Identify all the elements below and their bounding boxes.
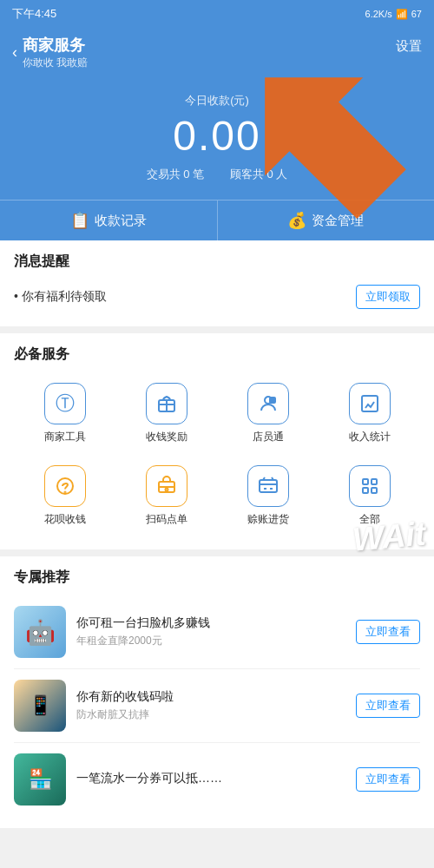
rec-action-2[interactable]: 立即查看 [356,767,420,792]
service-reward[interactable]: 收钱奖励 [115,372,217,455]
reward-icon [146,383,187,424]
all-label: 全部 [359,512,380,527]
rec-title-0: 你可租一台扫脸机多赚钱 [76,615,345,631]
svg-rect-12 [372,479,377,484]
payment-records-icon: 📋 [70,211,89,230]
fund-management-icon: 💰 [287,211,306,230]
services-section: 必备服务 Ⓣ 商家工具 收钱奖励 [0,333,434,549]
svg-rect-14 [372,488,377,493]
all-icon [349,465,391,507]
service-staff[interactable]: 店员通 [217,372,319,455]
signal-icon: 📶 [396,9,408,20]
stats-amount: 0.00 [0,112,434,160]
settings-button[interactable]: 设置 [396,35,422,55]
staff-label: 店员通 [253,430,284,444]
rec-action-0[interactable]: 立即查看 [356,620,420,644]
rec-item-0: 🤖 你可租一台扫脸机多赚钱 年租金直降2000元 立即查看 [14,595,420,669]
service-all[interactable]: 全部 [319,455,420,537]
tab-bar: 📋 收款记录 💰 资金管理 [0,200,434,240]
rec-text-2: 一笔流水一分券可以抵…… [76,771,345,789]
credit-icon [247,465,289,507]
merchant-tools-icon: Ⓣ [44,383,86,424]
status-icons: 6.2K/s 📶 67 [365,9,422,20]
reward-label: 收钱奖励 [146,430,187,444]
credit-label: 赊账进货 [247,512,289,527]
tab-fund-management-label: 资金管理 [312,213,364,229]
battery-icon: 67 [411,9,422,19]
tab-payment-records[interactable]: 📋 收款记录 [0,201,218,240]
service-income[interactable]: 收入统计 [319,372,420,455]
back-button[interactable]: ‹ [12,43,17,62]
stats-customers: 顾客共 0 人 [230,167,287,182]
merchant-tools-label: 商家工具 [44,430,86,444]
rec-title-1: 你有新的收钱码啦 [76,689,345,705]
scan-order-label: 扫码点单 [146,512,187,527]
service-huabei[interactable]: 花呗收钱 [14,455,115,537]
services-title: 必备服务 [14,345,420,364]
rec-text-0: 你可租一台扫脸机多赚钱 年租金直降2000元 [76,615,345,648]
stats-meta: 交易共 0 笔 顾客共 0 人 [0,167,434,182]
rec-action-1[interactable]: 立即查看 [356,694,420,718]
service-grid: Ⓣ 商家工具 收钱奖励 [14,372,420,537]
network-speed: 6.2K/s [365,9,392,19]
rec-text-1: 你有新的收钱码啦 防水耐脏又抗摔 [76,689,345,722]
svg-point-5 [64,492,65,493]
svg-rect-9 [260,480,277,492]
message-item: 你有福利待领取 立即领取 [14,279,420,314]
messages-title: 消息提醒 [14,253,420,271]
income-label: 收入统计 [349,430,391,444]
status-time: 下午4:45 [12,6,56,22]
service-credit[interactable]: 赊账进货 [217,455,319,537]
tab-payment-records-label: 收款记录 [95,213,147,229]
header-subtitle: 你敢收 我敢赔 [23,56,88,70]
stats-label: 今日收款(元) [0,93,434,108]
income-icon [349,383,391,424]
status-bar: 下午4:45 6.2K/s 📶 67 [0,0,434,28]
header-left: ‹ 商家服务 你敢收 我敢赔 [12,35,88,70]
recommendations-section: 专属推荐 🤖 你可租一台扫脸机多赚钱 年租金直降2000元 立即查看 📱 你有新… [0,556,434,828]
rec-thumb-1: 📱 [14,680,66,732]
claim-button[interactable]: 立即领取 [356,285,420,309]
scan-order-icon [146,465,187,507]
rec-item-2: 🏪 一笔流水一分券可以抵…… 立即查看 [14,743,420,816]
rec-desc-0: 年租金直降2000元 [76,634,345,648]
messages-section: 消息提醒 你有福利待领取 立即领取 [0,240,434,326]
content-area: 消息提醒 你有福利待领取 立即领取 必备服务 Ⓣ 商家工具 收钱奖励 [0,240,434,868]
recommendations-title: 专属推荐 [14,569,420,587]
stats-section: 今日收款(元) 0.00 交易共 0 笔 顾客共 0 人 [0,84,434,200]
rec-thumb-0: 🤖 [14,606,66,658]
svg-rect-3 [362,396,378,411]
rec-title-2: 一笔流水一分券可以抵…… [76,771,345,786]
svg-rect-13 [363,488,368,493]
header: ‹ 商家服务 你敢收 我敢赔 设置 [0,28,434,84]
service-scan-order[interactable]: 扫码点单 [115,455,217,537]
header-title-block: 商家服务 你敢收 我敢赔 [23,35,88,70]
rec-store-icon: 🏪 [14,753,66,806]
rec-item-1: 📱 你有新的收钱码啦 防水耐脏又抗摔 立即查看 [14,669,420,743]
tab-fund-management[interactable]: 💰 资金管理 [218,201,435,240]
staff-icon [247,383,289,424]
rec-qr-icon: 📱 [14,680,66,732]
huabei-label: 花呗收钱 [44,512,86,527]
svg-rect-11 [363,479,368,484]
stats-transactions: 交易共 0 笔 [147,167,204,182]
rec-face-icon: 🤖 [14,606,66,658]
rec-desc-1: 防水耐脏又抗摔 [76,707,345,722]
svg-point-8 [165,489,168,491]
rec-thumb-2: 🏪 [14,753,66,806]
service-merchant-tools[interactable]: Ⓣ 商家工具 [14,372,115,455]
header-title: 商家服务 [23,35,88,56]
message-text: 你有福利待领取 [14,289,107,305]
huabei-icon [44,465,86,507]
